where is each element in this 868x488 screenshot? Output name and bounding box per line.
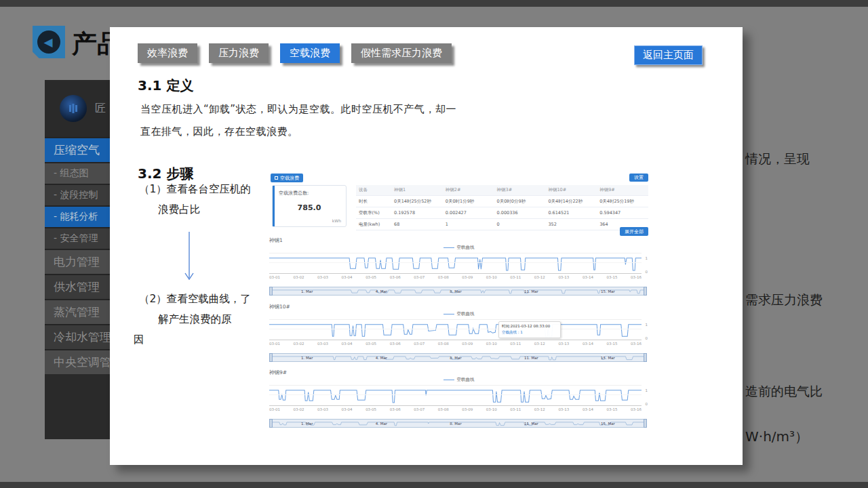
x-tick-label: 03-09: [462, 407, 473, 413]
navigator-handle-left[interactable]: [269, 419, 273, 428]
table-row: 电量(kwh)6810352364: [356, 219, 648, 230]
x-tick-label: 03-02: [294, 342, 304, 347]
sidebar-item-compressed-air[interactable]: 压缩空气: [45, 137, 110, 162]
table-header-cell: 神钢2#: [443, 185, 494, 196]
dashboard-screenshot: 空载浪费 设置 空载浪费总数: 785.0 kWh 设备神钢1神钢2#神钢3#神…: [269, 173, 648, 426]
expand-all-button[interactable]: 展开全部: [620, 227, 648, 236]
y-tick-label: 0: [646, 336, 648, 340]
x-tick-label: 03-03: [317, 342, 328, 347]
tab-efficiency-waste[interactable]: 效率浪费: [138, 43, 197, 63]
x-tick-label: 03-13: [558, 407, 569, 413]
y-tick-label: 1: [646, 256, 648, 260]
navigator-handle-right[interactable]: [644, 419, 647, 428]
x-tick-label: 03-05: [366, 342, 376, 347]
dashboard-title-chip: 空载浪费: [271, 174, 303, 182]
navigator-date-label: 11. Mar: [524, 356, 538, 360]
device-table: 设备神钢1神钢2#神钢3#神钢10#神钢9#时长0天14时25分52秒0天0时1…: [356, 185, 648, 230]
sidebar-item-central-ac[interactable]: 中央空调管理: [45, 349, 110, 374]
sidebar-item-energy-analysis[interactable]: - 能耗分析: [45, 205, 110, 227]
chart-navigator[interactable]: 1. Mar4. Mar8. Mar11. Mar15. Mar: [269, 353, 647, 362]
x-tick-label: 03-14: [583, 407, 593, 413]
x-tick-label: 03-01: [269, 275, 280, 281]
x-tick-label: 03-05: [366, 275, 376, 281]
navigator-handle-left[interactable]: [269, 353, 273, 362]
chart-plot-area[interactable]: 10: [269, 251, 642, 274]
sidebar-item-config-diagram[interactable]: - 组态图: [45, 162, 110, 184]
chart-plot-area[interactable]: 10: [269, 317, 642, 340]
section-heading-definition: 3.1 定义: [138, 77, 193, 95]
chart-title: 神钢1: [269, 237, 648, 244]
tab-pressure-waste[interactable]: 压力浪费: [209, 43, 269, 63]
sidebar-item-steam-management[interactable]: 蒸汽管理: [45, 299, 110, 324]
settings-button[interactable]: 设置: [629, 174, 648, 182]
x-tick-label: 03-10: [486, 342, 497, 347]
x-tick-label: 03-15: [606, 342, 617, 347]
overlay-panel: 效率浪费压力浪费空载浪费假性需求压力浪费 返回主页面 3.1 定义 当空压机进入…: [110, 27, 743, 465]
back-icon: ◀: [37, 30, 60, 54]
chart-block-shengang9: 神钢9# 空载曲线 10 03-0103-0203-0303-0403-0503…: [269, 369, 648, 428]
waste-tabs: 效率浪费压力浪费空载浪费假性需求压力浪费: [138, 43, 452, 63]
sidebar-item-power-management[interactable]: 电力管理: [45, 249, 110, 274]
top-band: [0, 0, 868, 7]
summary-card: 空载浪费总数: 785.0 kWh: [272, 185, 347, 227]
window-icon: [275, 176, 278, 180]
x-axis-labels: 03-0103-0203-0303-0403-0503-0603-0703-08…: [269, 275, 642, 281]
y-tick-label: 0: [646, 270, 648, 274]
tab-unload-waste[interactable]: 空载浪费: [280, 43, 340, 63]
chart-legend[interactable]: 空载曲线: [269, 376, 648, 383]
step1-text-line2: 浪费占比: [158, 203, 200, 217]
return-main-page-button[interactable]: 返回主页面: [634, 45, 703, 65]
tab-false-demand-pressure-waste[interactable]: 假性需求压力浪费: [351, 43, 452, 63]
x-tick-label: 03-11: [510, 407, 521, 413]
chart-title: 神钢9#: [269, 369, 648, 376]
navigator-date-label: 8. Mar: [450, 356, 461, 360]
sidebar-item-safety-management[interactable]: - 安全管理: [45, 227, 110, 249]
x-tick-label: 03-16: [631, 342, 642, 347]
x-tick-label: 03-07: [414, 275, 425, 281]
legend-line-icon: [443, 247, 454, 248]
table-cell: 0天4时25分19秒: [597, 196, 648, 207]
sidebar-item-water-supply[interactable]: 供水管理: [45, 274, 110, 299]
x-tick-label: 03-09: [462, 275, 473, 281]
down-arrow-icon: [183, 230, 195, 285]
legend-line-icon: [443, 314, 454, 314]
summary-card-value: 785.0: [273, 203, 346, 212]
x-tick-label: 03-06: [390, 407, 401, 413]
table-header-cell: 神钢10#: [545, 185, 597, 196]
navigator-handle-right[interactable]: [644, 353, 647, 362]
navigator-date-label: 1. Mar: [301, 422, 313, 426]
table-cell: 0.614521: [545, 207, 597, 219]
sidebar-item-cooling-water[interactable]: 冷却水管理: [45, 324, 110, 349]
sidebar-item-band-control[interactable]: - 波段控制: [45, 184, 110, 205]
table-cell: 0.192578: [391, 207, 443, 219]
navigator-handle-right[interactable]: [644, 287, 647, 296]
x-tick-label: 03-12: [534, 407, 545, 413]
chart-navigator[interactable]: 1. Mar4. Mar8. Mar11. Mar15. Mar: [269, 419, 647, 428]
navigator-date-label: 4. Mar: [376, 289, 387, 293]
x-tick-label: 03-03: [317, 407, 328, 413]
navigator-date-label: 15. Mar: [601, 422, 615, 426]
navigator-handle-left[interactable]: [269, 287, 273, 296]
definition-text-line1: 当空压机进入“卸载”状态，即认为是空载。此时空压机不产气，却一: [140, 103, 456, 116]
table-cell: 电量(kwh): [356, 219, 391, 230]
x-axis-labels: 03-0103-0203-0303-0403-0503-0603-0703-08…: [269, 407, 642, 413]
chart-block-shengang10: 神钢10# 空载曲线 10 03-0103-0203-0303-0403-050…: [269, 304, 648, 362]
screen: ◀ 产品 匠 压缩空气- 组态图- 波段控制- 能耗分析- 安全管理电力管理供水…: [0, 0, 868, 488]
legend-line-icon: [443, 380, 454, 380]
x-tick-label: 03-16: [631, 275, 642, 281]
x-tick-label: 03-13: [558, 342, 569, 347]
chart-plot-area[interactable]: 10: [269, 383, 642, 406]
table-row: 空载率(%)0.1925780.0024270.0003360.6145210.…: [356, 207, 648, 219]
dashboard-title: 空载浪费: [280, 175, 299, 182]
navigator-date-label: 15. Mar: [601, 289, 615, 293]
sidebar-logo-text: 匠: [95, 102, 106, 116]
summary-card-unit: kWh: [332, 218, 341, 223]
x-tick-label: 03-04: [342, 342, 353, 347]
chart-navigator[interactable]: 1. Mar4. Mar8. Mar11. Mar15. Mar: [269, 287, 647, 296]
back-button[interactable]: ◀: [33, 26, 65, 58]
step2-text-line3: 因: [134, 333, 144, 347]
navigator-labels: 1. Mar4. Mar8. Mar11. Mar15. Mar: [270, 420, 646, 427]
chart-legend[interactable]: 空载曲线: [269, 310, 648, 317]
chart-legend[interactable]: 空载曲线: [269, 244, 648, 251]
x-tick-label: 03-08: [438, 275, 449, 281]
